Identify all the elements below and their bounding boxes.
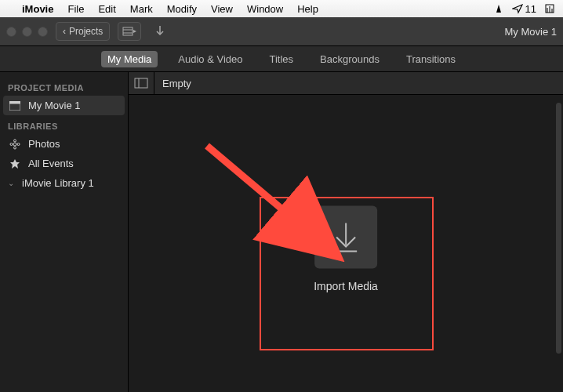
chevron-down-icon[interactable]: ⌄ (8, 179, 16, 187)
svg-marker-18 (10, 159, 20, 169)
minimize-window-button[interactable] (22, 27, 32, 37)
svg-rect-11 (9, 103, 20, 111)
app-menu[interactable]: iMovie (22, 3, 53, 15)
svg-point-17 (17, 143, 20, 145)
sidebar-item-all-events[interactable]: All Events (0, 154, 128, 173)
paper-plane-extra[interactable]: 11 (512, 3, 536, 15)
svg-rect-6 (123, 27, 133, 35)
window-traffic-lights[interactable] (6, 27, 48, 37)
svg-marker-0 (496, 5, 501, 13)
sidebar-item-label: iMovie Library 1 (22, 177, 94, 189)
menu-view[interactable]: View (211, 3, 233, 15)
svg-point-13 (13, 143, 16, 146)
media-tabs: My Media Audio & Video Titles Background… (0, 46, 563, 72)
media-browser: Empty Import Media (129, 72, 563, 392)
tab-transitions[interactable]: Transitions (400, 51, 462, 67)
zoom-window-button[interactable] (38, 27, 48, 37)
menu-window[interactable]: Window (247, 3, 283, 15)
tab-backgrounds[interactable]: Backgrounds (314, 51, 386, 67)
toggle-sidebar-button[interactable] (129, 72, 154, 94)
window-toolbar: ‹ Projects My Movie 1 (0, 17, 563, 46)
svg-marker-1 (513, 5, 522, 13)
menu-mark[interactable]: Mark (130, 3, 153, 15)
svg-marker-9 (133, 30, 136, 33)
svg-point-16 (10, 143, 13, 145)
menubar-extras: 11 (493, 3, 555, 15)
projects-label: Projects (69, 26, 103, 37)
sidebar-section-libraries: LIBRARIES (0, 115, 128, 134)
chevron-left-icon: ‹ (63, 26, 66, 37)
star-icon (9, 158, 22, 169)
media-status-label: Empty (154, 78, 191, 89)
vlc-cone-icon[interactable] (493, 3, 504, 14)
menu-modify[interactable]: Modify (167, 3, 197, 15)
media-browser-body: Import Media (129, 95, 563, 392)
photos-flower-icon (9, 139, 22, 150)
menu-file[interactable]: File (67, 3, 84, 15)
paper-plane-count: 11 (525, 3, 536, 15)
sidebar-item-label: My Movie 1 (28, 100, 80, 111)
tab-my-media[interactable]: My Media (101, 51, 158, 67)
sidebar-item-library[interactable]: ⌄ iMovie Library 1 (0, 173, 128, 193)
status-extra-icon[interactable] (544, 3, 555, 14)
svg-rect-19 (135, 78, 147, 88)
sidebar: PROJECT MEDIA My Movie 1 LIBRARIES Photo… (0, 72, 129, 392)
menu-help[interactable]: Help (297, 3, 318, 15)
clapperboard-icon (9, 101, 22, 111)
filmstrip-settings-button[interactable] (118, 22, 141, 41)
annotation-highlight-box (260, 197, 434, 350)
sidebar-section-project-media: PROJECT MEDIA (0, 77, 128, 96)
close-window-button[interactable] (6, 27, 16, 37)
svg-marker-12 (9, 101, 20, 103)
import-arrow-button[interactable] (149, 23, 171, 40)
back-to-projects-button[interactable]: ‹ Projects (56, 22, 110, 41)
media-browser-header: Empty (129, 72, 563, 95)
sidebar-item-photos[interactable]: Photos (0, 134, 128, 154)
sidebar-item-project[interactable]: My Movie 1 (3, 96, 125, 115)
tab-titles[interactable]: Titles (263, 51, 300, 67)
macos-menubar: iMovie File Edit Mark Modify View Window… (0, 0, 563, 17)
svg-point-15 (14, 147, 16, 149)
tab-audio-video[interactable]: Audio & Video (172, 51, 249, 67)
sidebar-item-label: All Events (28, 158, 74, 169)
project-title: My Movie 1 (505, 26, 557, 38)
content-area: PROJECT MEDIA My Movie 1 LIBRARIES Photo… (0, 72, 563, 392)
menu-edit[interactable]: Edit (98, 3, 115, 15)
vertical-scrollbar[interactable] (556, 103, 561, 354)
svg-point-14 (14, 140, 16, 142)
sidebar-item-label: Photos (28, 138, 60, 150)
